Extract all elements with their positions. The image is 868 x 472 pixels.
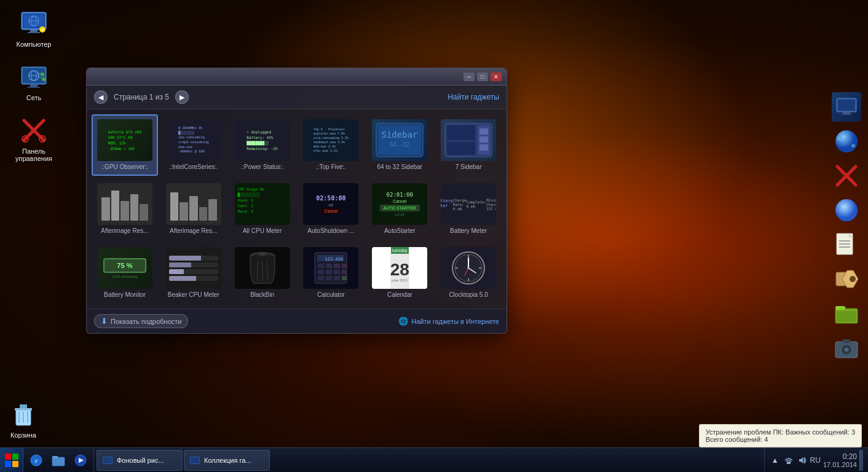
window-controls: ─ □ ✕ bbox=[464, 73, 502, 81]
gadget-power-status[interactable]: ⚡ UnpluggedBattery: 45%████████░░Remaini… bbox=[229, 114, 296, 176]
tray-volume[interactable] bbox=[797, 455, 808, 466]
gadget-7sidebar[interactable]: 7 Sidebar bbox=[435, 114, 502, 176]
gadget-top-five[interactable]: Top 5 - Processorexplorer.exe 7.0%csrp-c… bbox=[298, 114, 365, 176]
recycle-bin-area: Корзина bbox=[6, 397, 41, 441]
desktop-icon-computer[interactable]: ★ Компьютер bbox=[6, 6, 61, 50]
svg-rect-65 bbox=[479, 128, 488, 135]
gadget-name-gpu: .:GPU Observer:. bbox=[101, 163, 149, 171]
gadget-calculator[interactable]: 123.456 Calculator bbox=[298, 242, 365, 304]
svg-rect-69 bbox=[259, 253, 266, 255]
svg-rect-7 bbox=[28, 32, 40, 33]
svg-rect-67 bbox=[479, 144, 488, 151]
network-icon-label: Сеть bbox=[26, 94, 41, 101]
svg-rect-78 bbox=[334, 264, 340, 268]
svg-rect-79 bbox=[342, 264, 347, 268]
svg-marker-109 bbox=[799, 457, 803, 463]
gadget-name-calculator: Calculator bbox=[317, 291, 345, 299]
taskbar-pin-ie[interactable]: e bbox=[26, 450, 47, 471]
taskbar-task-gadgets[interactable]: Коллекция га... bbox=[184, 450, 270, 471]
svg-rect-34 bbox=[842, 114, 851, 115]
window-footer: ⬇ Показать подробности 🌐 Найти гаджеты в… bbox=[87, 309, 507, 333]
tray-network[interactable] bbox=[783, 455, 794, 466]
gadget-thumb-autostarter: 02:01:00 Cancel AUTO STARTER v.2.01 bbox=[372, 183, 427, 225]
window-minimize-button[interactable]: ─ bbox=[464, 73, 475, 81]
notification-area[interactable]: Устранение проблем ПК: Важных сообщений:… bbox=[699, 424, 862, 447]
gadget-name-power: .:Power Status:. bbox=[240, 163, 284, 171]
gadget-64to32[interactable]: Sidebar 64→32 64 to 32 Sidebar bbox=[366, 114, 433, 176]
gadget-autostarter[interactable]: 02:01:00 Cancel AUTO STARTER v.2.01 Auto… bbox=[366, 178, 433, 240]
right-icon-7[interactable] bbox=[832, 299, 861, 328]
system-tray: ▲ RU 0:20 17.01.2014 bbox=[764, 448, 868, 472]
gadget-name-battery-monitor: Battery Monitor bbox=[104, 291, 146, 299]
gadget-gpu-observer[interactable]: GeForce GTX x80GPU 57°C P8MEM: 12%-256me… bbox=[92, 114, 158, 176]
right-icon-6[interactable] bbox=[832, 264, 861, 294]
svg-point-55 bbox=[845, 348, 848, 352]
nav-find-gadgets-link[interactable]: Найти гаджеты bbox=[448, 93, 499, 101]
desktop-icon-control-panel[interactable]: Панельуправления bbox=[6, 113, 61, 165]
svg-rect-87 bbox=[342, 276, 347, 280]
svg-point-48 bbox=[850, 276, 856, 282]
show-details-label: Показать подробности bbox=[111, 318, 181, 325]
recycle-bin-label: Корзина bbox=[10, 431, 36, 439]
svg-rect-83 bbox=[342, 270, 347, 274]
desktop-icon-recycle-bin[interactable]: Корзина bbox=[6, 397, 41, 441]
gadget-thumb-beaker-cpu bbox=[166, 247, 221, 289]
window-titlebar: ─ □ ✕ bbox=[87, 68, 507, 85]
window-maximize-button[interactable]: □ bbox=[477, 73, 488, 81]
svg-rect-63 bbox=[447, 125, 475, 140]
system-date: 17.01.2014 bbox=[823, 461, 857, 468]
gadget-afterimage1[interactable]: Afterimage Res... bbox=[92, 178, 158, 240]
right-icon-8[interactable] bbox=[832, 333, 861, 363]
gadget-calendar[interactable]: tuesday 28 june 2011 Calendar bbox=[366, 242, 433, 304]
taskbar-task-bg[interactable]: Фоновый рис... bbox=[97, 450, 183, 471]
svg-point-36 bbox=[837, 136, 842, 141]
svg-rect-105 bbox=[103, 457, 112, 463]
svg-point-35 bbox=[835, 130, 858, 152]
gadget-thumb-7sidebar bbox=[441, 119, 496, 161]
gadget-autoshutdown[interactable]: 02:50:00 nir Cancel AutoShutdown ... bbox=[298, 178, 365, 240]
svg-rect-85 bbox=[326, 276, 332, 280]
gadget-name-intel: .:IntelCoreSeries:. bbox=[169, 163, 218, 171]
gadget-blackbin[interactable]: BlackBin bbox=[229, 242, 296, 304]
gadget-thumb-autoshutdown: 02:50:00 nir Cancel bbox=[303, 183, 358, 225]
svg-rect-50 bbox=[835, 306, 845, 310]
svg-rect-82 bbox=[334, 270, 340, 274]
svg-point-37 bbox=[851, 144, 855, 148]
gadget-thumb-battery-monitor: 75 % 2:00 remaining bbox=[97, 247, 152, 289]
gadget-thumb-calendar: tuesday 28 june 2011 bbox=[372, 247, 427, 289]
gadget-all-cpu[interactable]: CPU Usage 8%▓░░░░░░░░░Used: 1Cont: 2Hard… bbox=[229, 178, 296, 240]
right-icon-1[interactable] bbox=[832, 92, 861, 122]
notification-line2: Всего сообщений: 4 bbox=[706, 436, 855, 443]
taskbar-task-bg-label: Фоновый рис... bbox=[117, 457, 164, 464]
system-clock[interactable]: 0:20 17.01.2014 bbox=[823, 452, 857, 468]
computer-icon-label: Компьютер bbox=[17, 41, 52, 48]
right-icon-5[interactable] bbox=[832, 230, 861, 259]
gadget-battery-meter[interactable]: Battery Meter Charge Rate: 0 mA Complete… bbox=[435, 178, 502, 240]
gadget-thumb-intel: @ 2800MHz 4%▓░░░░░░░cpu-consumingcraph-c… bbox=[166, 119, 221, 161]
control-panel-icon-label: Панельуправления bbox=[15, 148, 52, 162]
taskbar-pin-media[interactable] bbox=[70, 450, 91, 471]
gadget-beaker-cpu[interactable]: Beaker CPU Meter bbox=[160, 242, 227, 304]
nav-prev-button[interactable]: ◀ bbox=[94, 90, 108, 104]
gadget-battery-monitor[interactable]: 75 % 2:00 remaining Battery Monitor bbox=[92, 242, 158, 304]
gadget-thumb-topfive: Top 5 - Processorexplorer.exe 7.0%csrp-c… bbox=[303, 119, 358, 161]
svg-rect-27 bbox=[20, 404, 27, 408]
start-button[interactable] bbox=[0, 448, 23, 473]
taskbar-pin-folder[interactable] bbox=[48, 450, 69, 471]
tray-arrow[interactable]: ▲ bbox=[770, 455, 781, 466]
gadget-intel-core[interactable]: @ 2800MHz 4%▓░░░░░░░cpu-consumingcraph-c… bbox=[160, 114, 227, 176]
desktop-icon-network[interactable]: Сеть bbox=[6, 60, 61, 104]
tray-show-desktop[interactable] bbox=[859, 450, 863, 471]
svg-rect-100 bbox=[52, 457, 65, 466]
show-details-button[interactable]: ⬇ Показать подробности bbox=[94, 314, 188, 328]
nav-next-button[interactable]: ▶ bbox=[175, 90, 189, 104]
gadget-afterimage2[interactable]: Afterimage Res... bbox=[160, 178, 227, 240]
desktop-icons-left: ★ Компьютер Сеть bbox=[0, 0, 68, 180]
find-online-link[interactable]: 🌐 Найти гаджеты в Интернете bbox=[398, 317, 499, 326]
window-close-button[interactable]: ✕ bbox=[491, 73, 502, 81]
right-icon-3[interactable] bbox=[832, 161, 861, 191]
right-icon-2[interactable] bbox=[832, 127, 861, 156]
tray-language[interactable]: RU bbox=[810, 456, 821, 465]
gadget-clocktopia[interactable]: Clocktopia 5.0 bbox=[435, 242, 502, 304]
right-icon-4[interactable] bbox=[832, 195, 861, 225]
